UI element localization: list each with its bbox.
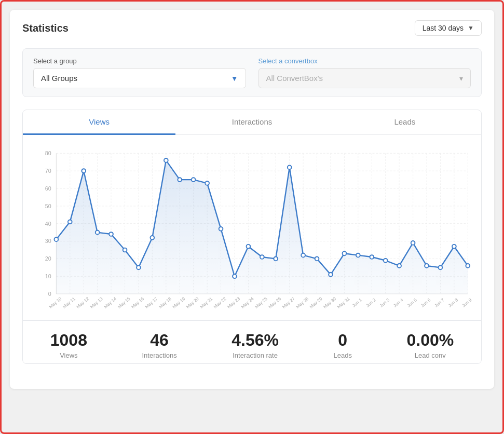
data-point bbox=[370, 255, 374, 259]
svg-text:40: 40 bbox=[45, 221, 51, 227]
data-point bbox=[96, 230, 100, 235]
svg-text:50: 50 bbox=[45, 203, 51, 209]
svg-text:Jun 8: Jun 8 bbox=[447, 297, 459, 308]
stat-lead-conv: 0.00% Lead conv bbox=[406, 331, 454, 359]
stat-views: 1008 Views bbox=[50, 331, 87, 359]
svg-text:20: 20 bbox=[45, 255, 51, 262]
svg-text:May 17: May 17 bbox=[144, 296, 158, 309]
stat-leads-label: Leads bbox=[333, 351, 351, 359]
data-point bbox=[315, 257, 319, 261]
svg-text:May 25: May 25 bbox=[254, 296, 268, 309]
date-range-dropdown[interactable]: Last 30 days ▼ bbox=[415, 20, 482, 36]
stat-interactions-label: Interactions bbox=[142, 351, 176, 359]
data-point bbox=[397, 264, 401, 268]
stat-interactions: 46 Interactions bbox=[142, 331, 176, 359]
svg-text:May 14: May 14 bbox=[103, 296, 117, 309]
group-selector-value: All Groups bbox=[41, 74, 77, 83]
convertbox-chevron-icon: ▾ bbox=[459, 74, 463, 83]
data-point bbox=[55, 237, 59, 241]
tab-leads[interactable]: Leads bbox=[329, 110, 481, 135]
tab-interactions[interactable]: Interactions bbox=[175, 110, 328, 135]
chart-section: Views Interactions Leads bbox=[22, 110, 482, 364]
page-title: Statistics bbox=[22, 22, 69, 34]
svg-text:May 31: May 31 bbox=[336, 296, 350, 309]
convertbox-selector-label: Select a convertbox bbox=[258, 57, 471, 65]
stats-row: 1008 Views 46 Interactions 4.56% Interac… bbox=[23, 320, 481, 363]
data-point bbox=[123, 248, 127, 252]
data-point bbox=[178, 178, 182, 182]
stat-leads: 0 Leads bbox=[333, 331, 351, 359]
svg-text:May 18: May 18 bbox=[158, 296, 172, 309]
stat-interaction-rate-label: Interaction rate bbox=[231, 351, 279, 359]
data-point bbox=[356, 253, 360, 257]
selectors-container: Select a group All Groups ▼ Select a con… bbox=[22, 48, 482, 97]
svg-text:Jun 5: Jun 5 bbox=[406, 297, 418, 308]
stat-interactions-value: 46 bbox=[142, 331, 176, 349]
data-point bbox=[343, 251, 347, 255]
data-point bbox=[164, 158, 168, 162]
svg-text:May 20: May 20 bbox=[185, 296, 200, 309]
data-point bbox=[137, 265, 141, 269]
data-point bbox=[109, 232, 113, 236]
stat-interaction-rate: 4.56% Interaction rate bbox=[231, 331, 279, 359]
header-row: Statistics Last 30 days ▼ bbox=[22, 20, 482, 36]
data-point bbox=[452, 245, 456, 249]
svg-text:May 21: May 21 bbox=[199, 296, 213, 309]
svg-text:Jun 2: Jun 2 bbox=[365, 297, 377, 308]
convertbox-selector-group: Select a convertbox All ConvertBox's ▾ bbox=[258, 57, 471, 88]
data-point bbox=[274, 257, 278, 261]
group-selector-label: Select a group bbox=[33, 57, 246, 65]
svg-text:Jun 4: Jun 4 bbox=[392, 297, 404, 308]
svg-text:May 16: May 16 bbox=[130, 296, 145, 309]
svg-text:60: 60 bbox=[45, 185, 51, 192]
data-point bbox=[384, 259, 388, 263]
svg-text:Jun 9: Jun 9 bbox=[461, 297, 473, 308]
data-point bbox=[288, 166, 292, 170]
svg-text:May 27: May 27 bbox=[281, 296, 296, 309]
stat-views-value: 1008 bbox=[50, 331, 87, 349]
line-chart: 0 10 20 30 40 50 60 70 80 bbox=[31, 143, 473, 314]
data-point bbox=[150, 236, 154, 240]
svg-text:May 22: May 22 bbox=[212, 296, 227, 309]
group-selector-dropdown[interactable]: All Groups ▼ bbox=[33, 68, 246, 88]
svg-text:30: 30 bbox=[45, 238, 51, 244]
data-point bbox=[205, 181, 209, 185]
group-selector-group: Select a group All Groups ▼ bbox=[33, 57, 246, 88]
stat-leads-value: 0 bbox=[333, 331, 351, 349]
svg-text:70: 70 bbox=[45, 168, 51, 174]
tab-views[interactable]: Views bbox=[23, 110, 175, 135]
svg-text:May 26: May 26 bbox=[267, 296, 282, 309]
stat-lead-conv-label: Lead conv bbox=[406, 351, 454, 359]
data-point bbox=[219, 227, 223, 231]
svg-text:80: 80 bbox=[45, 150, 51, 156]
data-point bbox=[425, 264, 429, 268]
data-point bbox=[247, 245, 251, 249]
data-point bbox=[301, 253, 305, 257]
data-point bbox=[439, 265, 443, 269]
stat-lead-conv-value: 0.00% bbox=[406, 331, 454, 349]
svg-text:May 24: May 24 bbox=[240, 296, 254, 309]
svg-text:May 19: May 19 bbox=[171, 296, 186, 309]
convertbox-selector-value: All ConvertBox's bbox=[266, 74, 323, 83]
data-point bbox=[466, 264, 470, 268]
svg-text:Jun 3: Jun 3 bbox=[378, 297, 390, 308]
svg-text:May 13: May 13 bbox=[89, 296, 104, 309]
svg-text:0: 0 bbox=[48, 291, 51, 297]
app-container: Statistics Last 30 days ▼ Select a group… bbox=[0, 0, 504, 434]
date-range-label: Last 30 days bbox=[423, 24, 464, 32]
data-point bbox=[411, 241, 415, 245]
chart-svg-container: 0 10 20 30 40 50 60 70 80 bbox=[31, 143, 473, 316]
data-point bbox=[260, 255, 264, 259]
svg-text:May 12: May 12 bbox=[75, 296, 90, 309]
statistics-card: Statistics Last 30 days ▼ Select a group… bbox=[10, 10, 494, 389]
svg-text:May 29: May 29 bbox=[308, 296, 323, 309]
svg-text:May 11: May 11 bbox=[62, 296, 76, 309]
data-point bbox=[81, 169, 86, 173]
data-point bbox=[68, 220, 72, 224]
chart-area: 0 10 20 30 40 50 60 70 80 bbox=[23, 135, 481, 316]
convertbox-selector-dropdown[interactable]: All ConvertBox's ▾ bbox=[258, 68, 471, 88]
stat-views-label: Views bbox=[50, 351, 87, 359]
svg-text:May 28: May 28 bbox=[295, 296, 309, 309]
svg-text:Jun 1: Jun 1 bbox=[351, 297, 363, 308]
svg-text:May 15: May 15 bbox=[116, 296, 131, 309]
